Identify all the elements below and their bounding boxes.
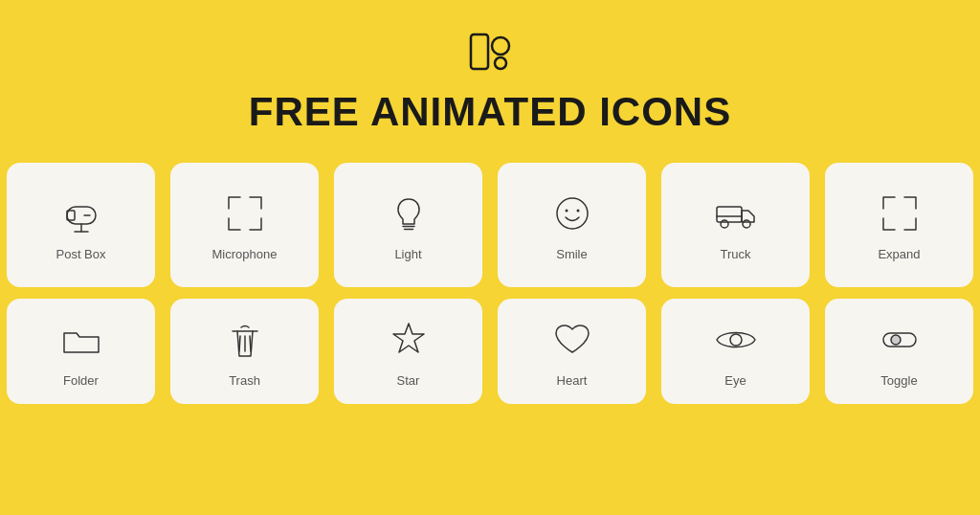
header: FREE ANIMATED ICONS [249,0,731,134]
light-label: Light [394,247,421,261]
svg-point-10 [557,198,588,229]
icon-card-trash[interactable]: Trash [170,299,319,404]
svg-rect-13 [717,207,742,222]
svg-point-14 [721,220,728,228]
trash-icon [221,316,269,364]
heart-label: Heart [557,373,588,388]
icon-card-truck[interactable]: Truck [661,163,810,287]
post-box-icon [57,190,105,237]
icon-card-microphone[interactable]: Microphone [170,163,319,287]
svg-rect-0 [471,34,488,69]
post-box-label: Post Box [56,247,105,261]
svg-point-1 [492,37,509,55]
icon-card-expand[interactable]: Expand [825,163,973,287]
svg-point-22 [730,334,742,346]
toggle-icon [876,316,924,364]
folder-icon [57,316,105,364]
truck-icon [712,190,760,237]
svg-line-20 [250,336,251,351]
microphone-label: Microphone [212,247,278,261]
icon-card-folder[interactable]: Folder [7,299,155,404]
icon-card-eye[interactable]: Eye [661,299,810,404]
truck-label: Truck [720,247,750,261]
svg-line-18 [239,336,240,351]
svg-point-24 [891,335,901,345]
svg-point-15 [743,220,750,228]
icons-row-2: Folder Trash Star Heart [11,293,969,410]
icon-card-toggle[interactable]: Toggle [825,299,973,404]
icon-card-post-box[interactable]: Post Box [7,163,155,287]
svg-point-11 [565,209,568,212]
svg-rect-3 [67,207,96,224]
svg-marker-21 [393,324,424,352]
folder-label: Folder [63,373,99,388]
icons-grid: Post Box Microphone Light [0,157,980,410]
expand-icon [876,190,924,237]
main-title: FREE ANIMATED ICONS [249,90,731,134]
toggle-label: Toggle [880,373,917,388]
eye-icon [712,316,760,364]
icon-card-heart[interactable]: Heart [498,299,646,404]
heart-icon [548,316,596,364]
light-icon [385,190,433,237]
icons-row-1: Post Box Microphone Light [11,157,969,293]
microphone-icon [221,190,269,237]
icon-card-star[interactable]: Star [334,299,482,404]
smile-label: Smile [556,247,588,261]
star-icon [385,316,433,364]
icon-card-smile[interactable]: Smile [498,163,646,287]
expand-label: Expand [878,247,920,261]
logo-icon [465,27,515,77]
svg-point-12 [576,209,579,212]
icon-card-light[interactable]: Light [334,163,482,287]
smile-icon [548,190,596,237]
svg-point-2 [495,57,506,69]
trash-label: Trash [229,373,260,388]
eye-label: Eye [724,373,746,388]
star-label: Star [397,373,420,388]
